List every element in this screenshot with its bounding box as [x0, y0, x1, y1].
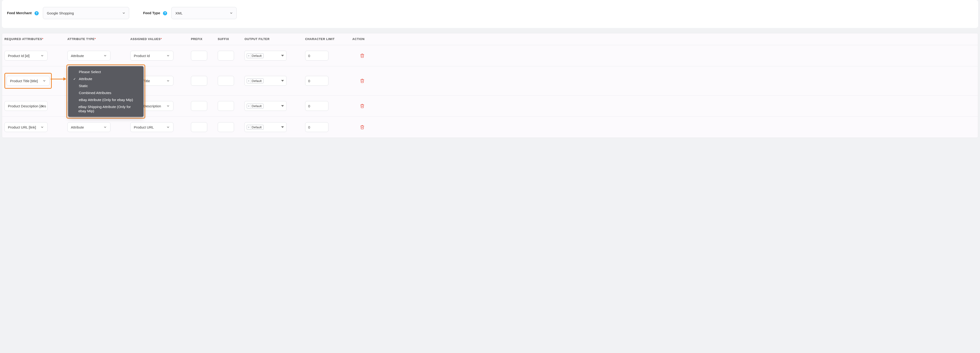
assigned-value-select[interactable]: Product URL [130, 122, 173, 132]
col-output-filter: OUTPUT FILTER [245, 38, 305, 41]
delete-row-button[interactable] [351, 53, 364, 58]
feed-type-select[interactable]: XML [171, 7, 237, 19]
chip-remove-icon[interactable]: × [248, 79, 251, 83]
chevron-down-icon [43, 79, 46, 83]
suffix-input[interactable] [218, 51, 234, 60]
help-icon[interactable]: ? [163, 11, 167, 15]
attribute-type-select[interactable]: Attribute [67, 122, 110, 132]
prefix-input[interactable] [191, 122, 207, 132]
output-filter-select[interactable]: × Default [245, 76, 286, 86]
table-row: Product Title [title] Product Title × De… [2, 66, 978, 95]
dropdown-option[interactable]: Combined Attributes [68, 89, 143, 97]
col-prefix: PREFIX [191, 38, 218, 41]
required-attribute-select[interactable]: Product URL [link] [5, 122, 48, 132]
chevron-down-icon [40, 125, 44, 129]
prefix-input[interactable] [191, 101, 207, 111]
chevron-down-icon [281, 105, 284, 107]
required-attribute-select[interactable]: Product Description [des [5, 101, 48, 111]
dropdown-option[interactable]: eBay Attribute (Only for ebay Mip) [68, 97, 143, 103]
help-icon[interactable]: ? [35, 11, 39, 15]
col-char-limit: CHARACTER LIMIT [305, 38, 351, 41]
dropdown-option[interactable]: Please Select [68, 68, 143, 76]
col-assigned: ASSIGNED VALUES* [130, 38, 191, 41]
delete-row-button[interactable] [351, 103, 364, 109]
trash-icon [360, 125, 364, 130]
filter-chip[interactable]: × Default [247, 53, 264, 58]
check-icon: ✓ [73, 77, 76, 81]
chevron-down-icon [281, 55, 284, 57]
col-attr-type: ATTRIBUTE TYPE* [67, 38, 130, 41]
col-suffix: SUFFIX [218, 38, 245, 41]
attribute-type-select[interactable]: Attribute [67, 51, 110, 60]
character-limit-input[interactable] [305, 51, 328, 60]
suffix-input[interactable] [218, 101, 234, 111]
assigned-value-select[interactable]: Product Id [130, 51, 173, 60]
table-header: REQUIRED ATTRIBUTES* ATTRIBUTE TYPE* ASS… [2, 33, 978, 45]
chevron-down-icon [281, 127, 284, 128]
feed-merchant-group: Feed Merchant ? Google Shopping [7, 7, 129, 19]
dropdown-option[interactable]: Static [68, 82, 143, 89]
table-row: Product Description [des Attribute Produ… [2, 95, 978, 117]
filter-chip[interactable]: × Default [247, 125, 264, 130]
filter-chip[interactable]: × Default [247, 104, 264, 109]
output-filter-select[interactable]: × Default [245, 122, 286, 132]
character-limit-input[interactable] [305, 76, 328, 86]
character-limit-input[interactable] [305, 101, 328, 111]
feed-type-value: XML [175, 11, 183, 15]
chevron-down-icon [166, 54, 170, 57]
col-action: ACTION [351, 38, 364, 41]
chevron-down-icon [122, 11, 126, 15]
feed-type-group: Feed Type ? XML [143, 7, 237, 19]
chevron-down-icon [166, 125, 170, 129]
output-filter-select[interactable]: × Default [245, 101, 286, 111]
prefix-input[interactable] [191, 76, 207, 86]
feed-merchant-label: Feed Merchant ? [7, 11, 39, 15]
feed-merchant-select[interactable]: Google Shopping [43, 7, 129, 19]
chevron-down-icon [281, 80, 284, 82]
chevron-down-icon [40, 54, 44, 57]
callout-arrow [51, 79, 66, 79]
prefix-input[interactable] [191, 51, 207, 60]
table-row: Product URL [link] Attribute Product URL… [2, 117, 978, 138]
trash-icon [360, 53, 364, 58]
dropdown-option[interactable]: eBay Shipping Attribute (Only for ebay M… [68, 103, 143, 114]
highlighted-required-attribute: Product Title [title] [5, 73, 52, 89]
character-limit-input[interactable] [305, 122, 328, 132]
dropdown-list: Please Select ✓Attribute Static Combined… [68, 66, 143, 117]
feed-merchant-value: Google Shopping [47, 11, 74, 15]
chevron-down-icon [166, 104, 170, 108]
filter-chip[interactable]: × Default [247, 79, 264, 83]
chevron-down-icon [103, 125, 107, 129]
required-attribute-select[interactable]: Product Id [id] [5, 51, 48, 60]
feed-type-label: Feed Type ? [143, 11, 167, 15]
attributes-table: REQUIRED ATTRIBUTES* ATTRIBUTE TYPE* ASS… [2, 33, 978, 138]
suffix-input[interactable] [218, 76, 234, 86]
dropdown-option-selected[interactable]: ✓Attribute [68, 76, 143, 82]
chevron-down-icon [229, 11, 233, 15]
trash-icon [360, 78, 364, 83]
chevron-down-icon [166, 79, 170, 83]
output-filter-select[interactable]: × Default [245, 51, 286, 60]
col-required: REQUIRED ATTRIBUTES* [5, 38, 67, 41]
chip-remove-icon[interactable]: × [248, 104, 251, 108]
delete-row-button[interactable] [351, 78, 364, 83]
chevron-down-icon [103, 54, 107, 57]
chip-remove-icon[interactable]: × [248, 54, 251, 57]
trash-icon [360, 103, 364, 109]
feed-settings-card: Feed Merchant ? Google Shopping Feed Typ… [2, 0, 978, 28]
table-row: Product Id [id] Attribute Product Id × D… [2, 45, 978, 66]
delete-row-button[interactable] [351, 125, 364, 130]
suffix-input[interactable] [218, 122, 234, 132]
attribute-type-dropdown: Please Select ✓Attribute Static Combined… [67, 65, 145, 119]
chip-remove-icon[interactable]: × [248, 125, 251, 129]
required-attribute-select[interactable]: Product Title [title] [6, 76, 50, 86]
